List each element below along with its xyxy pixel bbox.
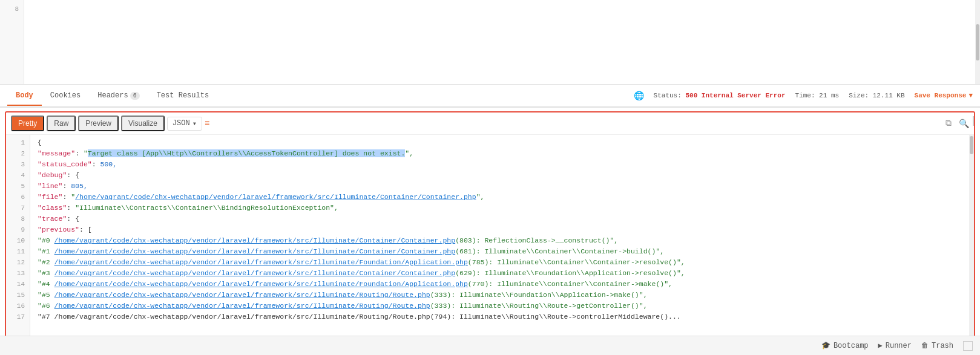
code-line-1: { <box>38 137 967 148</box>
format-bar-actions: ⧉ 🔍 <box>945 119 969 129</box>
code-line-12: "#2 /home/vagrant/code/chx-wechatapp/ven… <box>38 257 967 268</box>
code-line-17: "#7 /home/vagrant/code/chx-wechatapp/ven… <box>38 311 967 322</box>
response-meta: 🌐 Status: 500 Internal Server Error Time… <box>634 91 973 101</box>
vertical-scrollbar[interactable] <box>975 0 980 84</box>
code-line-2: "message": "Target class [App\\Http\\Con… <box>38 148 967 159</box>
line-num-16: 16 <box>6 301 30 311</box>
code-line-15: "#5 /home/vagrant/code/chx-wechatapp/ven… <box>38 290 967 301</box>
globe-icon: 🌐 <box>634 91 644 101</box>
line-num-14: 14 <box>6 279 30 290</box>
status-code-value: 500 Internal Server Error <box>685 92 785 99</box>
code-line-16: "#6 /home/vagrant/code/chx-wechatapp/ven… <box>38 301 967 311</box>
top-code-area: 8 <box>0 0 980 85</box>
line-num-2: 2 <box>6 148 30 159</box>
line-number-gutter: 1234567891011121314151617 <box>6 135 30 345</box>
code-line-5: "line": 805, <box>38 181 967 192</box>
scrollbar-thumb[interactable] <box>976 24 979 60</box>
save-response-button[interactable]: Save Response ▼ <box>915 92 973 99</box>
main-wrapper: 8 Body Cookies Headers6 Test Results 🌐 S… <box>0 0 980 355</box>
code-content-area[interactable]: { "message": "Target class [App\\Http\\C… <box>30 135 974 345</box>
raw-button[interactable]: Raw <box>47 116 76 131</box>
status-label: Status: 500 Internal Server Error <box>654 92 786 99</box>
runner-icon: ▶ <box>878 341 883 350</box>
bootcamp-button[interactable]: 🎓 Bootcamp <box>821 341 869 350</box>
headers-badge: 6 <box>130 92 140 100</box>
visualize-button[interactable]: Visualize <box>121 116 165 131</box>
copy-icon[interactable]: ⧉ <box>945 119 952 129</box>
line-num-12: 12 <box>6 257 30 268</box>
line-num-4: 4 <box>6 170 30 181</box>
line-num-3: 3 <box>6 159 30 170</box>
code-line-8: "trace": { <box>38 213 967 224</box>
bottom-status-bar: 🎓 Bootcamp ▶ Runner 🗑 Trash <box>0 336 980 355</box>
format-bar: Pretty Raw Preview Visualize JSON ▾ ≡ ⧉ … <box>6 112 974 135</box>
line-num-10: 10 <box>6 235 30 246</box>
tab-cookies[interactable]: Cookies <box>42 86 89 106</box>
line-num-7: 7 <box>6 203 30 213</box>
line-num-11: 11 <box>6 246 30 257</box>
preview-button[interactable]: Preview <box>78 116 119 131</box>
top-line-num: 8 <box>0 4 24 15</box>
trash-button[interactable]: 🗑 Trash <box>921 341 953 350</box>
format-type-dropdown[interactable]: JSON ▾ <box>167 117 202 131</box>
line-num-1: 1 <box>6 137 30 148</box>
expand-icon[interactable] <box>963 341 973 351</box>
code-line-11: "#1 /home/vagrant/code/chx-wechatapp/ven… <box>38 246 967 257</box>
tab-body[interactable]: Body <box>7 86 42 106</box>
scroll-indicator <box>973 116 974 126</box>
code-line-10: "#0 /home/vagrant/code/chx-wechatapp/ven… <box>38 235 967 246</box>
trash-icon: 🗑 <box>921 341 929 350</box>
code-line-6: "file": "/home/vagrant/code/chx-wechatap… <box>38 192 967 203</box>
code-line-3: "status_code": 500, <box>38 159 967 170</box>
chevron-down-icon: ▼ <box>968 92 973 99</box>
code-line-9: "previous": [ <box>38 224 967 235</box>
line-num-17: 17 <box>6 311 30 322</box>
line-num-15: 15 <box>6 290 30 301</box>
filter-icon[interactable]: ≡ <box>205 119 209 128</box>
code-line-4: "debug": { <box>38 170 967 181</box>
line-num-6: 6 <box>6 192 30 203</box>
code-line-14: "#4 /home/vagrant/code/chx-wechatapp/ven… <box>38 279 967 290</box>
line-num-13: 13 <box>6 268 30 279</box>
tab-list: Body Cookies Headers6 Test Results <box>7 86 217 105</box>
time-label: Time: 21 ms <box>795 92 839 99</box>
response-body-container: Pretty Raw Preview Visualize JSON ▾ ≡ ⧉ … <box>5 111 975 351</box>
size-label: Size: 12.11 KB <box>849 92 904 99</box>
code-vscroll[interactable] <box>969 135 974 345</box>
line-num-8: 8 <box>6 213 30 224</box>
response-tab-bar: Body Cookies Headers6 Test Results 🌐 Sta… <box>0 85 980 108</box>
pretty-button[interactable]: Pretty <box>11 116 44 131</box>
code-line-13: "#3 /home/vagrant/code/chx-wechatapp/ven… <box>38 268 967 279</box>
line-num-5: 5 <box>6 181 30 192</box>
dropdown-arrow-icon: ▾ <box>192 119 197 128</box>
bootcamp-icon: 🎓 <box>821 341 830 350</box>
vscroll-thumb[interactable] <box>970 136 973 154</box>
code-body: 1234567891011121314151617 { "message": "… <box>6 135 974 345</box>
code-line-7: "class": "Illuminate\\Contracts\\Contain… <box>38 203 967 213</box>
runner-button[interactable]: ▶ Runner <box>878 341 912 350</box>
line-num-9: 9 <box>6 224 30 235</box>
tab-test-results[interactable]: Test Results <box>148 86 217 106</box>
search-icon[interactable]: 🔍 <box>959 119 969 129</box>
tab-headers[interactable]: Headers6 <box>89 86 148 106</box>
